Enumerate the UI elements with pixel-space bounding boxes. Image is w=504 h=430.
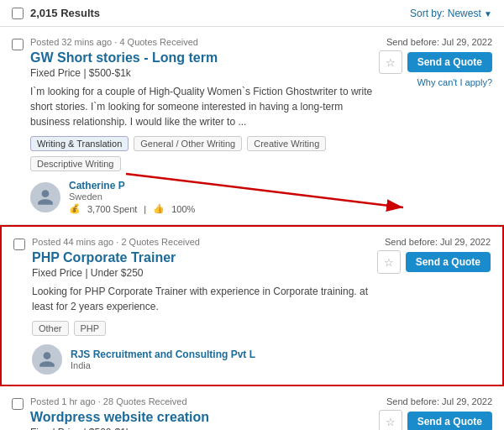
job2-action-area: Send before: Jul 29, 2022 ☆ Send a Quote [377,237,491,274]
job1-send-quote-button[interactable]: Send a Quote [407,52,492,72]
tag-writing-translation[interactable]: Writing & Translation [30,136,129,151]
job3-send-before: Send before: Jul 29, 2022 [386,396,492,406]
top-bar: 2,015 Results Sort by: Newest ▼ [0,0,504,27]
job2-title[interactable]: PHP Corporate Trainer [32,250,377,265]
tag-general-writing[interactable]: General / Other Writing [134,136,242,151]
job1-client: Catherine P Sweden 💰 3,700 Spent | 👍 100… [30,180,383,214]
job2-avatar [32,344,62,375]
job2-client: RJS Recruitment and Consulting Pvt L Ind… [32,344,377,375]
job2-meta: Fixed Price | Under $250 [32,267,377,279]
job1-price-range: $500-$1k [89,67,131,79]
job1-posted-info: Posted 32 mins ago · 4 Quotes Received [30,37,383,47]
job2-checkbox[interactable] [13,239,25,250]
job1-price-type: Fixed Price [30,67,81,79]
job3-send-quote-button[interactable]: Send a Quote [407,412,492,430]
job1-action-area: Send before: Jul 29, 2022 ☆ Send a Quote… [383,37,492,87]
job2-star-button[interactable]: ☆ [377,250,401,274]
job1-send-before: Send before: Jul 29, 2022 [386,37,492,47]
job1-client-stats: 💰 3,700 Spent | 👍 100% [69,203,195,214]
job-card-3: Posted 1 hr ago · 28 Quotes Received Wor… [0,386,504,430]
job1-why-cant[interactable]: Why can't I apply? [417,77,492,87]
job1-desc: I`m looking for a couple of High-Quality… [30,84,383,129]
job1-checkbox[interactable] [12,39,24,50]
job2-send-before: Send before: Jul 29, 2022 [385,237,491,247]
job1-rating: 100% [171,204,195,214]
sort-value[interactable]: Newest [448,8,481,19]
sort-control: Sort by: Newest ▼ [410,8,492,19]
job2-posted-info: Posted 44 mins ago · 2 Quotes Received [32,237,377,247]
select-all-checkbox[interactable] [12,8,24,19]
tag-creative-writing[interactable]: Creative Writing [247,136,326,151]
job1-client-details: Catherine P Sweden 💰 3,700 Spent | 👍 100… [69,180,195,214]
job2-desc: Looking for PHP Corporate Trainer with e… [32,284,377,314]
job2-send-quote-button[interactable]: Send a Quote [406,252,491,272]
sort-label: Sort by: [410,8,444,19]
job2-client-location: India [71,360,255,370]
job1-client-location: Sweden [69,191,195,202]
job1-meta: Fixed Price | $500-$1k [30,67,383,79]
job2-client-details: RJS Recruitment and Consulting Pvt L Ind… [71,349,255,370]
job-card-2: Posted 44 mins ago · 2 Quotes Received P… [0,225,504,386]
job-card-1: Posted 32 mins ago · 4 Quotes Received G… [0,27,504,225]
job1-client-name[interactable]: Catherine P [69,180,195,191]
job1-spent: 3,700 Spent [87,204,137,214]
job2-client-name[interactable]: RJS Recruitment and Consulting Pvt L [71,349,255,360]
job3-price-range: $500-$1k [89,427,131,430]
job1-rating-icon: 👍 [153,203,165,214]
job1-spent-icon: 💰 [69,203,81,214]
tag-other[interactable]: Other [32,321,69,336]
job3-star-button[interactable]: ☆ [379,410,402,430]
job1-avatar [30,182,60,212]
job3-title[interactable]: Wordpress website creation [30,410,379,425]
job3-price-type: Fixed Price [30,427,81,430]
tag-php[interactable]: PHP [74,321,107,336]
results-count: 2,015 Results [30,7,100,19]
job3-action-area: Send before: Jul 29, 2022 ☆ Send a Quote [379,396,492,430]
job2-price-type: Fixed Price [32,267,82,279]
job1-star-button[interactable]: ☆ [379,50,402,74]
tag-descriptive-writing[interactable]: Descriptive Writing [30,156,121,171]
job3-posted-info: Posted 1 hr ago · 28 Quotes Received [30,396,379,406]
job1-title[interactable]: GW Short stories - Long term [30,50,383,66]
job2-price-range: Under $250 [91,267,144,279]
job2-tags: Other PHP [32,321,377,336]
sort-chevron-icon[interactable]: ▼ [484,9,492,18]
job3-meta: Fixed Price | $500-$1k [30,427,379,430]
job3-checkbox[interactable] [12,398,24,410]
job1-tags: Writing & Translation General / Other Wr… [30,136,383,171]
